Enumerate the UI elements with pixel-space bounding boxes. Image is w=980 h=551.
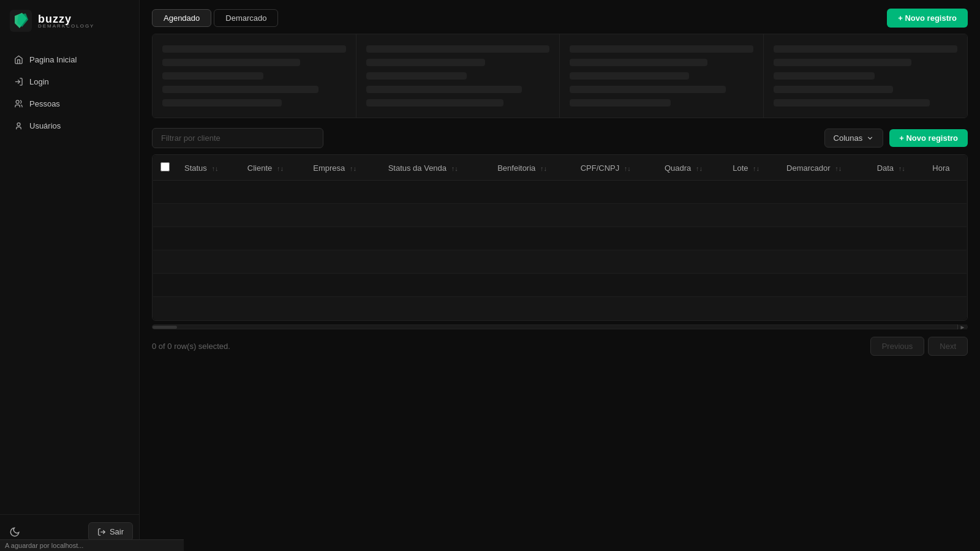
sidebar-item-usuarios[interactable]: Usuários (6, 115, 133, 136)
sidebar-item-pessoas[interactable]: Pessoas (6, 93, 133, 114)
column-select-all[interactable] (153, 156, 178, 181)
skeleton-card-3 (560, 34, 764, 118)
skeleton-card-1 (153, 34, 356, 118)
column-data[interactable]: Data ↑↓ (870, 156, 925, 181)
svg-point-4 (16, 100, 19, 103)
column-cliente[interactable]: Cliente ↑↓ (240, 156, 306, 181)
table-row (153, 250, 967, 274)
table-row (153, 227, 967, 250)
sair-label: Sair (110, 527, 124, 536)
table-row (153, 297, 967, 320)
login-icon (13, 77, 23, 86)
row-count: 0 of 0 row(s) selected. (152, 342, 230, 351)
colunas-label: Colunas (834, 133, 863, 143)
main-content: Agendado Demarcado + Novo registro (140, 0, 980, 551)
skeleton-card-4 (764, 34, 968, 118)
sort-icon-lote: ↑↓ (753, 165, 760, 172)
sort-icon-data: ↑↓ (899, 165, 905, 172)
column-demarcador[interactable]: Demarcador ↑↓ (779, 156, 870, 181)
skeleton-card-2 (356, 34, 560, 118)
table-footer: 0 of 0 row(s) selected. Previous Next (152, 335, 968, 357)
column-hora: Hora (925, 156, 967, 181)
nav-label-usuarios: Usuários (29, 121, 61, 130)
colunas-button[interactable]: Colunas (824, 129, 884, 148)
tab-group: Agendado Demarcado (152, 9, 278, 27)
nav-label-login: Login (29, 77, 49, 86)
sort-icon-benfeitoria: ↑↓ (540, 165, 547, 172)
sidebar-item-login[interactable]: Login (6, 71, 133, 92)
nav-label-pagina-inicial: Pagina Inicial (29, 55, 77, 64)
logo-area: buzzy DEMARKCOLOGY (0, 0, 139, 44)
nav-items: Pagina Inicial Login Pessoas Usuários (0, 44, 139, 514)
status-bar: A aguardar por localhost... (0, 539, 184, 551)
pessoas-icon (13, 99, 23, 108)
sidebar-item-pagina-inicial[interactable]: Pagina Inicial (6, 49, 133, 70)
sort-icon-cpf-cnpj: ↑↓ (624, 165, 631, 172)
horizontal-scrollbar[interactable]: ► (152, 324, 968, 329)
nav-label-pessoas: Pessoas (29, 99, 60, 108)
theme-toggle-button[interactable] (6, 523, 23, 541)
svg-point-5 (17, 122, 20, 126)
tab-agendado[interactable]: Agendado (152, 9, 211, 27)
sort-icon-demarcador: ↑↓ (835, 165, 842, 172)
toolbar-right: Colunas + Novo registro (824, 129, 968, 148)
sidebar: buzzy DEMARKCOLOGY Pagina Inicial Login … (0, 0, 140, 551)
sort-icon-status: ↑↓ (211, 165, 218, 172)
sair-button[interactable]: Sair (88, 522, 133, 541)
home-icon (13, 54, 23, 64)
next-button[interactable]: Next (928, 337, 968, 356)
column-status-venda[interactable]: Status da Venda ↑↓ (381, 156, 491, 181)
novo-registro-button[interactable]: + Novo registro (889, 129, 968, 147)
column-quadra[interactable]: Quadra ↑↓ (657, 156, 725, 181)
table-row (153, 204, 967, 227)
buzzy-logo-icon (10, 10, 32, 32)
data-table: Status ↑↓ Cliente ↑↓ Empresa ↑↓ Status (153, 155, 967, 320)
chevron-down-icon (866, 134, 874, 142)
app-sub: DEMARKCOLOGY (38, 23, 94, 29)
usuarios-icon (13, 121, 23, 130)
sort-icon-empresa: ↑↓ (350, 165, 356, 172)
column-lote[interactable]: Lote ↑↓ (725, 156, 779, 181)
table-toolbar: Colunas + Novo registro (152, 128, 968, 148)
select-all-checkbox[interactable] (160, 162, 170, 171)
sort-icon-status-venda: ↑↓ (451, 165, 458, 172)
table-row (153, 181, 967, 204)
top-bar: Agendado Demarcado + Novo registro (140, 0, 980, 34)
column-empresa[interactable]: Empresa ↑↓ (306, 156, 380, 181)
column-cpf-cnpj[interactable]: CPF/CNPJ ↑↓ (573, 156, 657, 181)
skeleton-card-grid (152, 34, 968, 118)
table-row (153, 274, 967, 297)
sair-icon (97, 528, 106, 536)
novo-registro-top-button[interactable]: + Novo registro (887, 9, 968, 28)
sort-icon-cliente: ↑↓ (277, 165, 284, 172)
column-status[interactable]: Status ↑↓ (177, 156, 240, 181)
table-wrapper: Status ↑↓ Cliente ↑↓ Empresa ↑↓ Status (152, 154, 968, 321)
scroll-arrow-right[interactable]: ► (957, 324, 967, 329)
column-benfeitoria[interactable]: Benfeitoria ↑↓ (490, 156, 573, 181)
status-text: A aguardar por localhost... (5, 542, 83, 549)
filter-input[interactable] (152, 128, 323, 148)
tab-demarcado[interactable]: Demarcado (214, 9, 278, 27)
table-area: Colunas + Novo registro Status (152, 128, 968, 551)
scrollbar-thumb[interactable] (153, 326, 177, 329)
pagination: Previous Next (870, 337, 968, 356)
sort-icon-quadra: ↑↓ (696, 165, 703, 172)
previous-button[interactable]: Previous (870, 337, 925, 356)
